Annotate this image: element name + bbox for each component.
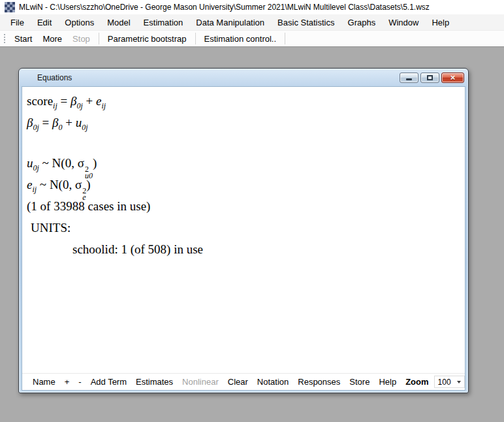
notation-button[interactable]: Notation bbox=[253, 376, 293, 388]
menu-estimation[interactable]: Estimation bbox=[137, 16, 190, 29]
equation-response-model[interactable]: scoreij = β0j + eij bbox=[27, 91, 462, 112]
menu-model[interactable]: Model bbox=[101, 16, 136, 29]
menu-basic-statistics[interactable]: Basic Statistics bbox=[271, 16, 341, 29]
zoom-label: Zoom bbox=[401, 376, 430, 388]
parametric-bootstrap-button[interactable]: Parametric bootstrap bbox=[102, 32, 192, 46]
menu-data-manipulation[interactable]: Data Manipulation bbox=[189, 16, 271, 29]
minimize-icon bbox=[406, 78, 412, 80]
help-button[interactable]: Help bbox=[374, 376, 401, 388]
zoom-select[interactable]: 100 bbox=[434, 376, 465, 388]
start-button[interactable]: Start bbox=[9, 32, 37, 46]
maximize-button[interactable] bbox=[420, 73, 439, 83]
toolbar-grip-handle[interactable] bbox=[3, 33, 6, 44]
menu-window[interactable]: Window bbox=[382, 16, 425, 29]
units-schoolid-text: schoolid: 1 (of 508) in use bbox=[27, 239, 462, 261]
estimation-control-button[interactable]: Estimation control.. bbox=[199, 32, 282, 46]
equations-content: scoreij = β0j + eij β0j = β0 + u0j u0j ~… bbox=[22, 86, 465, 391]
more-button[interactable]: More bbox=[37, 32, 67, 46]
equation-intercept-model[interactable]: β0j = β0 + u0j bbox=[27, 112, 462, 134]
window-controls: × bbox=[400, 73, 464, 83]
toolbar-separator bbox=[99, 33, 99, 44]
menu-options[interactable]: Options bbox=[58, 16, 101, 29]
cases-in-use-text: (1 of 33988 cases in use) bbox=[27, 196, 462, 218]
equations-display-area: scoreij = β0j + eij β0j = β0 + u0j u0j ~… bbox=[22, 87, 465, 373]
equation-spacer bbox=[27, 134, 462, 153]
add-plus-button[interactable]: + bbox=[60, 376, 74, 388]
add-term-button[interactable]: Add Term bbox=[86, 376, 131, 388]
equations-window-titlebar[interactable]: Equations × bbox=[19, 69, 468, 86]
dropdown-arrow-icon[interactable] bbox=[457, 381, 461, 383]
menu-help[interactable]: Help bbox=[425, 16, 456, 29]
nonlinear-button[interactable]: Nonlinear bbox=[178, 376, 223, 388]
units-label: UNITS: bbox=[27, 218, 462, 239]
equations-footer-toolbar: Name + - Add Term Estimates Nonlinear Cl… bbox=[22, 373, 465, 390]
close-button[interactable]: × bbox=[441, 73, 464, 83]
estimates-button[interactable]: Estimates bbox=[131, 376, 178, 388]
estimation-toolbar: Start More Stop Parametric bootstrap Est… bbox=[0, 31, 504, 47]
responses-button[interactable]: Responses bbox=[293, 376, 345, 388]
app-title: MLwiN - C:\Users\szzho\OneDrive - George… bbox=[19, 3, 430, 12]
remove-minus-button[interactable]: - bbox=[74, 376, 86, 388]
equations-window-title: Equations bbox=[37, 73, 72, 82]
menu-graphs[interactable]: Graphs bbox=[341, 16, 383, 29]
minimize-button[interactable] bbox=[400, 73, 418, 83]
maximize-icon bbox=[427, 75, 433, 80]
equation-level2-distribution[interactable]: u0j ~ N(0, σ2u0) bbox=[27, 153, 462, 174]
menu-edit[interactable]: Edit bbox=[31, 16, 58, 29]
menu-file[interactable]: File bbox=[4, 16, 31, 29]
equations-window: Equations × scoreij = β0j + eij β0j = β0… bbox=[18, 68, 469, 393]
clear-button[interactable]: Clear bbox=[223, 376, 253, 388]
app-titlebar[interactable]: MLwiN - C:\Users\szzho\OneDrive - George… bbox=[0, 0, 504, 14]
name-button[interactable]: Name bbox=[28, 376, 60, 388]
mdi-client-area: Equations × scoreij = β0j + eij β0j = β0… bbox=[0, 47, 504, 422]
stop-button[interactable]: Stop bbox=[67, 32, 95, 46]
menu-bar: File Edit Options Model Estimation Data … bbox=[0, 14, 504, 31]
zoom-value: 100 bbox=[438, 378, 451, 387]
close-icon: × bbox=[450, 73, 456, 82]
toolbar-separator bbox=[195, 33, 196, 44]
mlwin-app-icon bbox=[5, 2, 15, 12]
toolbar-separator bbox=[285, 33, 285, 44]
store-button[interactable]: Store bbox=[345, 376, 374, 388]
